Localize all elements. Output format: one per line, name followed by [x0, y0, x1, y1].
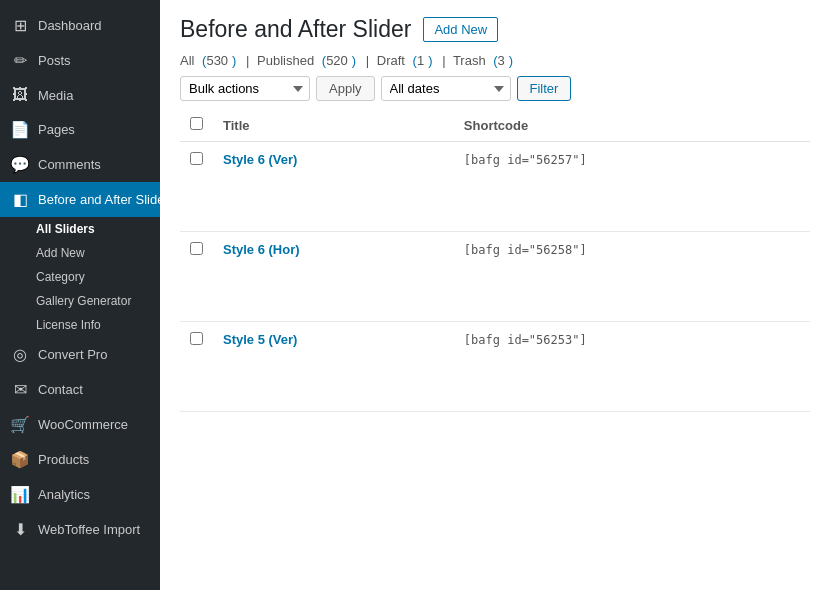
filter-button[interactable]: Filter	[517, 76, 572, 101]
sidebar-item-label: Pages	[38, 122, 75, 137]
status-all-link[interactable]: All (530)	[180, 53, 240, 68]
sidebar-item-media[interactable]: 🖼 Media	[0, 78, 160, 112]
sub-item-category[interactable]: Category	[0, 265, 160, 289]
sidebar-item-label: Media	[38, 88, 73, 103]
table-row: Style 5 (Ver) [bafg id="56253"]	[180, 322, 810, 412]
row-checkbox[interactable]	[190, 152, 203, 165]
sidebar-item-label: Contact	[38, 382, 83, 397]
slider-icon: ◧	[10, 190, 30, 209]
filter-bar: Bulk actions Apply All dates Filter	[180, 76, 810, 101]
status-trash-link[interactable]: Trash (3)	[453, 53, 513, 68]
pages-icon: 📄	[10, 120, 30, 139]
add-new-button[interactable]: Add New	[423, 17, 498, 42]
sidebar-item-convert-pro[interactable]: ◎ Convert Pro	[0, 337, 160, 372]
dashboard-icon: ⊞	[10, 16, 30, 35]
sidebar-item-dashboard[interactable]: ⊞ Dashboard	[0, 8, 160, 43]
table-row: Style 6 (Hor) [bafg id="56258"]	[180, 232, 810, 322]
apply-button[interactable]: Apply	[316, 76, 375, 101]
sidebar-item-label: Dashboard	[38, 18, 102, 33]
table-row: Style 6 (Ver) [bafg id="56257"]	[180, 142, 810, 232]
convert-pro-icon: ◎	[10, 345, 30, 364]
sidebar-item-analytics[interactable]: 📊 Analytics	[0, 477, 160, 512]
sub-item-license-info[interactable]: License Info	[0, 313, 160, 337]
table-header-row: Title Shortcode	[180, 109, 810, 142]
row-shortcode: [bafg id="56253"]	[464, 333, 587, 347]
sidebar-item-label: Products	[38, 452, 89, 467]
sidebar-item-contact[interactable]: ✉ Contact	[0, 372, 160, 407]
sidebar-item-label: Before and After Slider	[38, 192, 160, 207]
dates-select[interactable]: All dates	[381, 76, 511, 101]
sub-item-add-new[interactable]: Add New	[0, 241, 160, 265]
sidebar-item-woocommerce[interactable]: 🛒 WooCommerce	[0, 407, 160, 442]
posts-icon: ✏	[10, 51, 30, 70]
col-title: Title	[213, 109, 454, 142]
sidebar-item-comments[interactable]: 💬 Comments	[0, 147, 160, 182]
sidebar-item-label: Analytics	[38, 487, 90, 502]
row-title[interactable]: Style 6 (Hor)	[223, 242, 300, 257]
sidebar-item-before-after-slider[interactable]: ◧ Before and After Slider	[0, 182, 160, 217]
products-icon: 📦	[10, 450, 30, 469]
sidebar: ⊞ Dashboard ✏ Posts 🖼 Media 📄 Pages 💬 Co…	[0, 0, 160, 590]
row-shortcode: [bafg id="56258"]	[464, 243, 587, 257]
row-title[interactable]: Style 5 (Ver)	[223, 332, 297, 347]
sliders-table: Title Shortcode Style 6 (Ver) [bafg id="…	[180, 109, 810, 412]
sidebar-item-webtoffee[interactable]: ⬇ WebToffee Import	[0, 512, 160, 547]
row-title[interactable]: Style 6 (Ver)	[223, 152, 297, 167]
col-shortcode: Shortcode	[454, 109, 810, 142]
sub-item-gallery-generator[interactable]: Gallery Generator	[0, 289, 160, 313]
sidebar-item-label: Comments	[38, 157, 101, 172]
main-content: Before and After Slider Add New All (530…	[160, 0, 830, 590]
sub-item-all-sliders[interactable]: All Sliders	[0, 217, 160, 241]
page-title-row: Before and After Slider Add New	[180, 16, 810, 43]
contact-icon: ✉	[10, 380, 30, 399]
woocommerce-icon: 🛒	[10, 415, 30, 434]
status-links: All (530) | Published (520) | Draft (1) …	[180, 53, 810, 68]
bulk-actions-select[interactable]: Bulk actions	[180, 76, 310, 101]
row-checkbox[interactable]	[190, 332, 203, 345]
sidebar-item-pages[interactable]: 📄 Pages	[0, 112, 160, 147]
status-published-link[interactable]: Published (520)	[257, 53, 360, 68]
row-shortcode: [bafg id="56257"]	[464, 153, 587, 167]
comments-icon: 💬	[10, 155, 30, 174]
sidebar-item-label: Convert Pro	[38, 347, 107, 362]
webtoffee-icon: ⬇	[10, 520, 30, 539]
status-draft-link[interactable]: Draft (1)	[377, 53, 436, 68]
row-checkbox[interactable]	[190, 242, 203, 255]
select-all-checkbox[interactable]	[190, 117, 203, 130]
sidebar-item-label: WooCommerce	[38, 417, 128, 432]
sidebar-item-label: WebToffee Import	[38, 522, 140, 537]
page-title: Before and After Slider	[180, 16, 411, 43]
sidebar-item-posts[interactable]: ✏ Posts	[0, 43, 160, 78]
media-icon: 🖼	[10, 86, 30, 104]
sidebar-item-products[interactable]: 📦 Products	[0, 442, 160, 477]
analytics-icon: 📊	[10, 485, 30, 504]
sidebar-item-label: Posts	[38, 53, 71, 68]
